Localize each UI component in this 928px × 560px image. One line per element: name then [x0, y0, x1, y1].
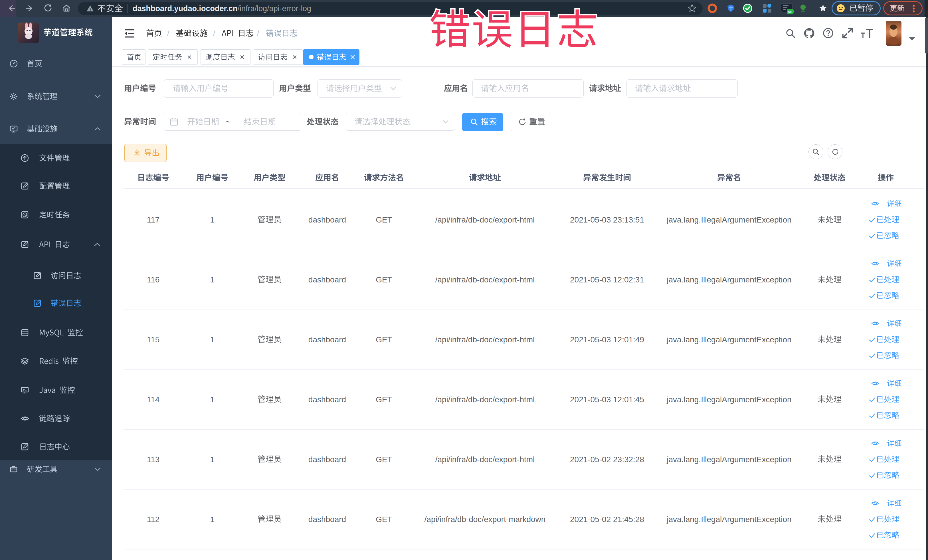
svg-text:on: on: [788, 10, 792, 14]
